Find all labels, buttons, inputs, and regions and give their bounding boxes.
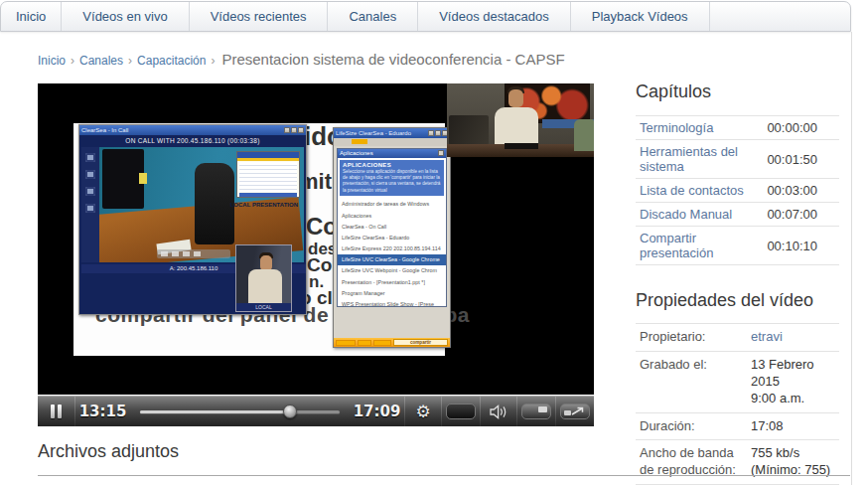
nav-item-inicio[interactable]: Inicio <box>1 2 62 31</box>
side-chair <box>574 119 594 151</box>
duration: 17:09 <box>350 403 404 420</box>
properties-title: Propiedades del vídeo <box>636 290 839 311</box>
applications-header-title: APLICACIONES <box>343 162 441 168</box>
presentation-preview-window <box>236 151 300 198</box>
volume-button[interactable] <box>481 397 516 427</box>
page: Inicio Vídeos en vivo Vídeos recientes C… <box>0 0 868 485</box>
gear-icon: ⚙ <box>415 402 430 421</box>
page-title: Presentacion sistema de videoconferencia… <box>221 51 564 68</box>
chapter-link[interactable]: Terminología <box>640 120 713 135</box>
list-item-selected: LifeSize UVC ClearSea - Google Chrome <box>338 254 446 265</box>
chapter-time: 00:01:50 <box>767 152 817 167</box>
keyboard <box>505 143 538 149</box>
apps-window-toolbar <box>334 138 450 146</box>
list-item: Program Manager <box>338 287 446 298</box>
list-item: Presentation - [Presentation1.ppt *] <box>338 276 446 287</box>
breadcrumb-separator: › <box>211 54 215 68</box>
applications-header: APLICACIONES Seleccione una aplicación d… <box>340 160 444 196</box>
chapters-list: Terminología 00:00:00 Herramientas del s… <box>636 115 839 265</box>
local-camera-label: LOCAL <box>236 303 291 311</box>
video-display[interactable]: idc mitir' Com desc Com n. o cli compart… <box>38 83 594 395</box>
list-item: LifeSize UVC Webpoint - Google Chrom <box>338 265 446 276</box>
breadcrumb: Inicio › Canales › Capacitación › Presen… <box>38 51 565 68</box>
pause-icon <box>51 404 55 418</box>
player-control-bar: 13:15 17:09 ⚙ <box>38 396 594 426</box>
chapter-link[interactable]: Compartir presentación <box>640 231 767 260</box>
incall-window-title: ClearSea - In Call <box>81 125 128 135</box>
local-camera-inset: LOCAL <box>235 244 292 312</box>
video-player: idc mitir' Com desc Com n. o cli compart… <box>38 83 594 426</box>
presenter-body <box>495 107 538 145</box>
fullscreen-icon <box>560 404 590 419</box>
office-monitor <box>102 149 144 209</box>
property-value: 13 Febrero 2015 9:00 a.m. <box>751 357 814 407</box>
chapter-time: 00:00:00 <box>767 120 817 135</box>
list-item: Aplicaciones <box>338 210 446 221</box>
window-buttons <box>284 127 304 133</box>
chapter-row: Discado Manual 00:07:00 <box>636 203 839 227</box>
chapter-link[interactable]: Herramientas del sistema <box>640 144 767 174</box>
share-button-label: compartir <box>393 339 448 346</box>
toggle-pill-icon <box>446 404 476 419</box>
page-right-border <box>851 32 852 485</box>
applications-header-text: Seleccione una aplicación disponible en … <box>343 169 441 194</box>
current-time: 13:15 <box>75 403 130 420</box>
properties-table: Propietario: etravi Grabado el: 13 Febre… <box>636 323 839 485</box>
laptop <box>449 115 489 145</box>
quality-toggle-button[interactable] <box>442 397 480 427</box>
dialog-title: Aplicaciones <box>340 149 373 158</box>
property-row: Propietario: etravi <box>636 324 839 352</box>
call-tools-strip <box>81 147 99 262</box>
close-icon <box>438 150 444 156</box>
breadcrumb-link-canales[interactable]: Canales <box>79 54 123 68</box>
property-label: Grabado el: <box>640 357 751 407</box>
nav-item-videos-recientes[interactable]: Vídeos recientes <box>190 2 329 31</box>
chapter-link[interactable]: Discado Manual <box>640 207 732 222</box>
volume-icon <box>489 404 508 419</box>
breadcrumb-link-capacitacion[interactable]: Capacitación <box>137 54 206 68</box>
nav-item-canales[interactable]: Canales <box>328 2 418 31</box>
list-item: ClearSea - On Call <box>338 221 446 232</box>
breadcrumb-link-inicio[interactable]: Inicio <box>38 54 66 68</box>
property-row: Grabado el: 13 Febrero 2015 9:00 a.m. <box>636 352 839 413</box>
seek-bar[interactable] <box>130 397 350 427</box>
window-buttons <box>428 130 448 136</box>
chapter-row: Compartir presentación 00:10:10 <box>636 227 839 265</box>
list-item: LifeSize Express 220 202.100.85.194.114 <box>338 243 446 254</box>
settings-button[interactable]: ⚙ <box>405 397 441 427</box>
chapter-link[interactable]: Lista de contactos <box>640 183 744 198</box>
breadcrumb-separator: › <box>128 54 132 68</box>
progress-played <box>140 410 290 413</box>
nav-item-playback-videos[interactable]: Playback Vídeos <box>571 2 710 31</box>
pause-icon <box>58 404 62 418</box>
apps-window-title: LifeSize ClearSea - Eduardo <box>336 128 411 138</box>
pause-button[interactable] <box>38 397 74 427</box>
share-toolbar: compartir <box>334 338 450 347</box>
on-call-caption: ON CALL WITH 200.45.186.110 (00:03:38) <box>79 137 306 144</box>
sidebar: Capítulos Terminología 00:00:00 Herramie… <box>636 81 839 485</box>
owner-link[interactable]: etravi <box>751 329 783 346</box>
call-overlay-toolbar <box>157 249 230 258</box>
applications-dialog: Aplicaciones APLICACIONES Seleccione una… <box>337 148 447 307</box>
progress-knob[interactable] <box>283 404 297 418</box>
fullscreen-button[interactable] <box>556 397 594 427</box>
pip-button[interactable] <box>517 397 555 427</box>
office-chair <box>195 163 234 244</box>
nav-item-videos-destacados[interactable]: Vídeos destacados <box>418 2 571 31</box>
presenter-webcam-feed <box>447 83 594 157</box>
property-value: 17:08 <box>751 418 784 435</box>
list-item: LifeSize ClearSea - Eduardo <box>338 232 446 242</box>
property-label: Duración: <box>640 418 751 435</box>
pip-icon <box>521 404 551 419</box>
chapter-row: Herramientas del sistema 00:01:50 <box>636 140 839 179</box>
chapter-time: 00:07:00 <box>767 207 817 222</box>
attachments-title: Archivos adjuntos <box>38 441 179 462</box>
lifesize-applications-window: LifeSize ClearSea - Eduardo Aplicaciones… <box>333 127 451 348</box>
progress-track[interactable] <box>140 410 340 413</box>
sticky-note <box>139 173 147 184</box>
nav-item-videos-en-vivo[interactable]: Vídeos en vivo <box>62 2 189 31</box>
chapter-time: 00:03:00 <box>767 183 817 198</box>
property-label: Propietario: <box>640 329 751 346</box>
chapters-title: Capítulos <box>636 81 839 102</box>
top-nav: Inicio Vídeos en vivo Vídeos recientes C… <box>0 1 851 32</box>
